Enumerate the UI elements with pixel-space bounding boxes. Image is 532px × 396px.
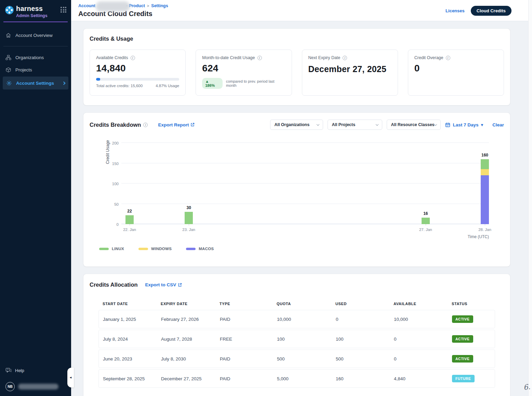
organizations-icon xyxy=(5,55,11,60)
legend-item-macos[interactable]: MACOS xyxy=(186,247,214,251)
trend-note: compared to prev. period last month xyxy=(226,79,285,87)
allocation-table: START DATE EXPIRY DATE TYPE QUOTA USED A… xyxy=(98,302,495,388)
gridline xyxy=(121,142,489,143)
cell-quota: 100 xyxy=(277,337,336,342)
legend-item-windows[interactable]: WINDOWS xyxy=(138,247,172,251)
bar-segment xyxy=(125,215,134,224)
col-type: TYPE xyxy=(220,302,277,306)
resource-classes-select[interactable]: All Resource Classes xyxy=(387,120,441,130)
app-grid-icon[interactable] xyxy=(61,7,66,13)
col-start-date: START DATE xyxy=(103,302,161,306)
redacted-text xyxy=(18,384,58,390)
export-report-link[interactable]: Export Report xyxy=(158,122,195,127)
cell-type: PAID xyxy=(220,356,277,361)
licenses-link[interactable]: Licenses xyxy=(445,8,465,13)
up-triangle-icon: ▲ xyxy=(205,79,209,83)
brand-divider xyxy=(3,22,68,22)
sidebar: harness Admin Settings Account Overview … xyxy=(0,0,71,396)
gridline xyxy=(121,204,489,204)
status-badge: ACTIVE xyxy=(452,315,473,323)
home-icon xyxy=(5,32,11,38)
table-body: January 1, 2025 February 27, 2026 PAID 1… xyxy=(98,310,495,388)
brand-row: harness Admin Settings xyxy=(0,0,71,18)
cell-available: 0 xyxy=(394,356,452,361)
breadcrumb-settings-link[interactable]: Settings xyxy=(151,3,168,8)
y-tick-label: 150 xyxy=(106,162,119,166)
organizations-select[interactable]: All Organizations xyxy=(270,120,323,130)
chevron-down-icon xyxy=(376,123,378,125)
cell-available: 0 xyxy=(394,337,452,342)
bar-value-label: 160 xyxy=(475,153,495,158)
info-icon[interactable]: i xyxy=(343,56,347,60)
y-tick-label: 200 xyxy=(106,141,119,145)
gear-icon xyxy=(6,80,12,86)
info-icon[interactable]: i xyxy=(143,123,148,127)
sidebar-collapse-handle[interactable]: ◀ xyxy=(67,368,74,387)
status-badge: FUTURE xyxy=(452,375,475,382)
cell-start-date: September 28, 2025 xyxy=(103,376,161,381)
breadcrumb-account-link[interactable]: Account xyxy=(78,3,95,8)
table-row: January 1, 2025 February 27, 2026 PAID 1… xyxy=(98,310,495,328)
cell-expiry-date: August 7, 2028 xyxy=(161,337,220,342)
bar-segment xyxy=(481,159,489,169)
cloud-credits-button[interactable]: Cloud Credits xyxy=(471,6,511,16)
table-header-row: START DATE EXPIRY DATE TYPE QUOTA USED A… xyxy=(98,302,495,306)
col-expiry-date: EXPIRY DATE xyxy=(161,302,220,306)
collapse-left-icon: ◀ xyxy=(70,376,71,379)
table-row: July 8, 2024 August 7, 2028 FREE 100 100… xyxy=(98,330,495,348)
help-chat-icon: ? xyxy=(5,368,12,373)
trend-badge: ▲ 186% xyxy=(202,78,223,89)
avatar[interactable]: NB xyxy=(5,382,15,391)
cell-available: 4,840 xyxy=(394,376,452,381)
total-active-credits: Total active credits: 15,600 xyxy=(96,84,143,88)
sidebar-item-account-settings[interactable]: Account Settings xyxy=(3,77,68,90)
main-area: Account - Product > Settings Account Clo… xyxy=(71,0,532,396)
help-label: Help xyxy=(15,368,24,373)
external-link-icon xyxy=(190,123,195,127)
user-row: NB xyxy=(5,382,66,391)
sidebar-item-organizations[interactable]: Organizations xyxy=(0,51,71,64)
usage-percent: 4.87% Usage xyxy=(156,84,179,88)
chevron-right-icon xyxy=(62,81,66,85)
info-icon[interactable]: i xyxy=(257,56,262,60)
credits-allocation-title: Credits Allocation xyxy=(90,282,138,288)
cell-expiry-date: December 27, 2025 xyxy=(161,376,220,381)
clear-filters-link[interactable]: Clear xyxy=(492,122,504,127)
sidebar-item-account-overview[interactable]: Account Overview xyxy=(0,29,71,41)
y-tick-label: 100 xyxy=(106,182,119,186)
cell-quota: 10,000 xyxy=(277,317,336,322)
credits-chart: Credit Usage 0501001502002222. Jan3023. … xyxy=(121,143,489,224)
x-axis-label: Time (UTC) xyxy=(468,234,489,239)
info-icon[interactable]: i xyxy=(446,56,450,60)
scrollbar-track[interactable] xyxy=(528,0,532,396)
projects-select[interactable]: All Projects xyxy=(328,120,382,130)
help-button[interactable]: ? Help xyxy=(5,368,66,373)
y-tick-label: 50 xyxy=(106,202,119,206)
bar-segment xyxy=(185,212,193,224)
stat-label: Next Expiry Date xyxy=(308,55,341,60)
stray-annotation: 6. xyxy=(523,383,531,392)
cell-quota: 500 xyxy=(277,356,336,361)
cell-available: 10,000 xyxy=(394,317,452,322)
col-quota: QUOTA xyxy=(277,302,335,306)
export-csv-link[interactable]: Export to CSV xyxy=(145,282,182,287)
table-row: September 28, 2025 December 27, 2025 PAI… xyxy=(98,369,495,388)
legend-item-linux[interactable]: LINUX xyxy=(99,247,124,251)
credits-progress-fill xyxy=(96,78,100,81)
cell-start-date: July 8, 2024 xyxy=(103,337,161,342)
x-tick-mark xyxy=(189,224,189,226)
chart-plot-area: 0501001502002222. Jan3023. Jan1627. Jan1… xyxy=(121,143,489,224)
bar-value-label: 16 xyxy=(415,211,436,216)
cell-used: 500 xyxy=(336,356,394,361)
sidebar-item-projects[interactable]: Projects xyxy=(0,64,71,76)
cell-quota: 5,000 xyxy=(277,376,336,381)
cell-used: 0 xyxy=(336,317,394,322)
credits-allocation-card: Credits Allocation Export to CSV START D… xyxy=(83,274,510,396)
date-range-picker[interactable]: Last 7 Days ▾ xyxy=(445,122,483,127)
sidebar-item-label: Account Overview xyxy=(15,33,53,38)
col-used: USED xyxy=(335,302,394,306)
credit-overage-value: 0 xyxy=(414,63,497,74)
next-expiry-card: Next Expiry Datei December 27, 2025 xyxy=(302,50,398,96)
info-icon[interactable]: i xyxy=(131,56,135,60)
cell-used: 100 xyxy=(336,337,394,342)
